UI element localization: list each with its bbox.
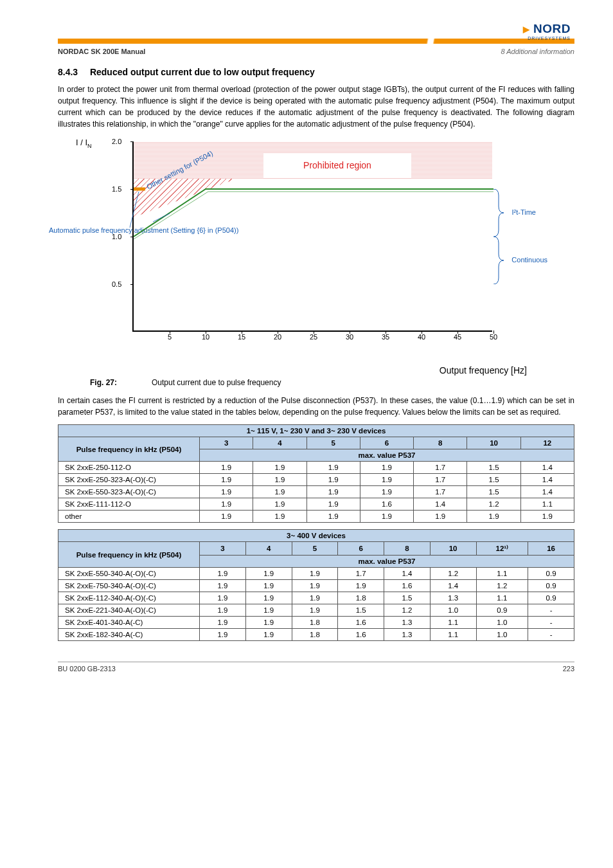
series-line-green (134, 189, 493, 237)
chart-container: I / IN Automatic pulse frequency adjustm… (77, 141, 514, 354)
data-cell: 0.9 (528, 568, 574, 580)
x-tick-mark (493, 330, 494, 334)
table-row: SK 2xxE-182-340-A(-C)1.91.91.81.61.31.11… (58, 629, 574, 641)
figure-caption-text: Output current due to pulse frequency (152, 378, 281, 387)
data-cell: 1.1 (476, 592, 528, 604)
x-tick-label: 20 (274, 333, 281, 341)
data-cell: 1.4 (414, 498, 467, 511)
x-tick-mark (170, 330, 170, 334)
col-header: 10 (467, 437, 520, 449)
bracket-label-continuous: Continuous (511, 256, 547, 264)
bracket-label-i2t: I²t-Time (512, 208, 536, 216)
data-cell: 1.1 (476, 568, 528, 580)
tables-container: 1~ 115 V, 1~ 230 V and 3~ 230 V devicesP… (58, 424, 574, 641)
section-number: 8.4.3 (58, 67, 87, 77)
data-cell: 1.9 (306, 498, 360, 511)
x-axis-label: Output frequency [Hz] (58, 365, 527, 375)
table-row: SK 2xxE-250-323-A(-O)(-C)1.91.91.91.91.7… (58, 474, 574, 486)
data-cell: 1.9 (245, 629, 292, 641)
data-cell: 1.9 (200, 629, 246, 641)
sub-header: max. value P537 (200, 556, 574, 568)
table-title: 3~ 400 V devices (58, 530, 574, 542)
data-cell: 1.9 (292, 568, 338, 580)
data-cell: 1.4 (520, 462, 574, 474)
post-chart-paragraph: In certain cases the FI current is restr… (58, 395, 574, 418)
col-header: 8 (414, 437, 467, 449)
table-row: other1.91.91.91.91.91.91.9 (58, 511, 574, 523)
logo-text: NORD (533, 22, 571, 35)
data-cell: 1.9 (338, 580, 384, 592)
data-cell: 0.9 (528, 580, 574, 592)
table-row: SK 2xxE-550-323-A(-O)(-C)1.91.91.91.91.7… (58, 486, 574, 498)
row-label-cell: SK 2xxE-550-323-A(-O)(-C) (58, 486, 200, 498)
data-cell: 1.5 (467, 486, 520, 498)
data-cell: 1.9 (200, 474, 253, 486)
data-cell: 1.9 (253, 474, 306, 486)
col-header: 5 (306, 437, 360, 449)
data-cell: 0.9 (476, 604, 528, 617)
figure-ref: Fig. 27: (90, 378, 126, 387)
row-label-cell: SK 2xxE-111-112-O (58, 498, 200, 511)
intro-text: In order to protect the power unit from … (58, 84, 574, 130)
y-tick-mark (130, 284, 134, 285)
x-tick-mark (314, 330, 314, 334)
data-cell: 1.0 (430, 604, 476, 617)
data-cell: 1.9 (360, 462, 413, 474)
section-title-text: Reduced output current due to low output… (90, 67, 315, 77)
data-cell: - (528, 617, 574, 629)
data-cell: 1.2 (467, 498, 520, 511)
data-cell: 1.8 (292, 617, 338, 629)
data-cell: 1.9 (306, 462, 360, 474)
row-label-cell: other (58, 511, 200, 523)
col-header: 6 (338, 542, 384, 556)
y-tick-label: 2.0 (112, 138, 121, 145)
col-header: 3 (200, 542, 246, 556)
y-tick-mark (130, 237, 134, 237)
data-cell: 1.9 (253, 498, 306, 511)
table-row: SK 2xxE-401-340-A(-C)1.91.91.81.61.31.11… (58, 617, 574, 629)
y-tick-label: 1.5 (112, 185, 121, 193)
data-cell: 1.9 (292, 592, 338, 604)
data-cell: 1.2 (476, 580, 528, 592)
y-axis-label: I / IN (76, 138, 92, 149)
x-tick-label: 30 (346, 333, 353, 341)
table-row: SK 2xxE-250-112-O1.91.91.91.91.71.51.4 (58, 462, 574, 474)
x-tick-mark (386, 330, 386, 334)
x-tick-label: 50 (490, 333, 497, 341)
data-cell: 1.4 (520, 474, 574, 486)
col-header: 4 (253, 437, 306, 449)
data-cell: 1.9 (245, 568, 292, 580)
footer-page-number: 223 (563, 665, 574, 673)
logo-triangle-icon: ▶ (523, 24, 530, 34)
header-row: NORDAC SK 200E Manual 8 Additional infor… (58, 48, 574, 55)
row-label-cell: SK 2xxE-182-340-A(-C) (58, 629, 200, 641)
x-tick-label: 5 (168, 333, 172, 341)
data-cell: 1.9 (200, 617, 246, 629)
data-table: 1~ 115 V, 1~ 230 V and 3~ 230 V devicesP… (58, 424, 574, 523)
data-cell: 1.9 (245, 592, 292, 604)
x-tick-label: 40 (418, 333, 425, 341)
data-cell: 1.9 (360, 474, 413, 486)
row-label-cell: SK 2xxE-401-340-A(-C) (58, 617, 200, 629)
leader-line-auto (130, 192, 139, 228)
data-cell: 1.9 (245, 580, 292, 592)
data-cell: 1.6 (360, 498, 413, 511)
col-header: 8 (384, 542, 431, 556)
data-cell: 1.9 (200, 462, 253, 474)
header-bar: ▶ NORD DRIVESYSTEMS (58, 26, 574, 44)
col-header: 12 (520, 437, 574, 449)
col-header: 16 (528, 542, 574, 556)
x-tick-mark (206, 330, 206, 334)
data-cell: 1.2 (430, 568, 476, 580)
data-cell: 1.1 (430, 617, 476, 629)
col-header: 4 (245, 542, 292, 556)
series-line-green-shadow (134, 192, 493, 239)
x-tick-mark (242, 330, 242, 334)
x-tick-label: 15 (238, 333, 245, 341)
orange-rule-notch (411, 39, 449, 44)
data-cell: - (528, 604, 574, 617)
data-cell: 1.5 (467, 474, 520, 486)
data-cell: 1.9 (467, 511, 520, 523)
sub-header: max. value P537 (200, 449, 574, 462)
doc-title: NORDAC SK 200E Manual (58, 48, 145, 55)
